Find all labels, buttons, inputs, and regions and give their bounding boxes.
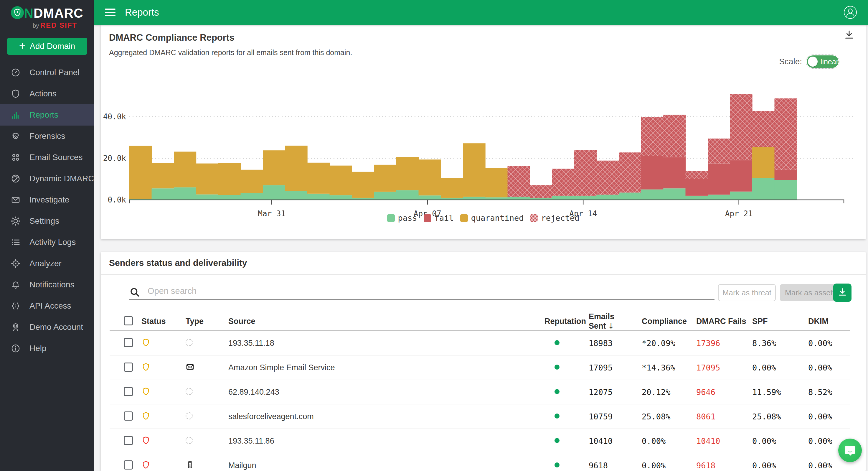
table-row[interactable]: salesforceliveagent.com 10759 25.08% 806… — [110, 404, 850, 429]
main-area: Reports DMARC Compliance Reports Aggrega… — [94, 0, 868, 471]
sidebar-item-activity-logs[interactable]: Activity Logs — [0, 232, 94, 253]
mark-as-threat-button[interactable]: Mark as threat — [718, 284, 776, 301]
bar-rejected — [775, 98, 797, 170]
sidebar-item-settings[interactable]: Settings — [0, 210, 94, 232]
column-header[interactable]: Source — [228, 317, 545, 326]
reputation-dot — [555, 414, 559, 418]
dmarc-compliance-card: DMARC Compliance Reports Aggregated DMAR… — [101, 25, 866, 239]
sort-desc-icon[interactable]: ↓ — [608, 321, 615, 330]
sidebar-item-notifications[interactable]: Notifications — [0, 274, 94, 295]
reputation-dot — [555, 438, 559, 443]
sidebar-item-demo-account[interactable]: Demo Account — [0, 317, 94, 338]
column-header[interactable]: Status — [142, 317, 186, 326]
source-name[interactable]: 62.89.140.243 — [228, 388, 545, 397]
compliance-value: *14.36% — [642, 363, 696, 372]
column-header[interactable]: DKIM — [808, 317, 850, 326]
table-row[interactable]: Amazon Simple Email Service 17095 *14.36… — [110, 355, 850, 380]
add-domain-button[interactable]: + Add Domain — [7, 38, 87, 55]
dmarc-fails-value: 10410 — [696, 437, 752, 446]
compliance-value: 20.12% — [642, 388, 696, 397]
bar-pass — [285, 191, 308, 200]
bar-quarantined — [152, 163, 174, 188]
mark-as-asset-button[interactable]: Mark as asset — [780, 284, 838, 301]
sidebar-item-dynamic-dmarc[interactable]: Dynamic DMARC — [0, 168, 94, 189]
source-name[interactable]: 193.35.11.86 — [228, 437, 545, 446]
compliance-value: 25.08% — [642, 412, 696, 421]
sidebar-item-help[interactable]: Help — [0, 338, 94, 359]
column-header[interactable]: Emails Sent↓ — [589, 312, 642, 331]
bar-quarantined — [463, 143, 486, 197]
reputation-dot — [555, 364, 559, 370]
bar-pass — [663, 188, 686, 200]
table-header-row: StatusTypeSourceReputationEmails Sent↓Co… — [110, 312, 850, 331]
sidebar-item-control-panel[interactable]: Control Panel — [0, 62, 94, 83]
row-checkbox[interactable] — [124, 411, 133, 421]
source-name[interactable]: salesforceliveagent.com — [228, 412, 545, 421]
chat-widget-button[interactable] — [838, 439, 862, 462]
legend-item-quarantined: quarantined — [460, 213, 524, 223]
status-shield-icon — [142, 411, 186, 422]
bar-rejected — [530, 185, 552, 198]
sidebar-item-forensics[interactable]: Forensics — [0, 125, 94, 147]
row-checkbox[interactable] — [124, 362, 133, 372]
bar-quarantined — [307, 163, 330, 194]
emails-sent-value: 17095 — [589, 363, 642, 372]
table-row[interactable]: 193.35.11.86 10410 0.00% 10410 0.00% 0.0… — [110, 429, 850, 453]
open-search-input[interactable] — [129, 283, 714, 300]
legend-label: quarantined — [471, 213, 524, 223]
sidebar-item-reports[interactable]: Reports — [0, 104, 94, 125]
bar-pass — [152, 188, 174, 200]
bar-pass — [330, 195, 352, 200]
download-table-button[interactable] — [833, 284, 851, 302]
bar-fail — [641, 156, 663, 189]
reputation-dot — [555, 340, 559, 345]
bar-quarantined — [419, 159, 441, 196]
sidebar-item-email-sources[interactable]: Email Sources — [0, 147, 94, 168]
column-header[interactable]: Reputation — [545, 317, 589, 326]
bar-pass — [263, 185, 285, 200]
unknown-type-icon — [186, 388, 193, 395]
bar-rejected — [752, 111, 775, 147]
app-window: NDMARC by RED SIFT + Add Domain Control … — [0, 0, 868, 471]
senders-table: StatusTypeSourceReputationEmails Sent↓Co… — [110, 312, 850, 471]
logo-by: by — [33, 22, 39, 29]
compliance-value: 0.00% — [642, 461, 696, 470]
status-shield-icon — [142, 460, 186, 471]
bar-chart-icon — [10, 110, 21, 120]
select-all-checkbox[interactable] — [124, 316, 133, 325]
sidebar-item-actions[interactable]: Actions — [0, 83, 94, 104]
gear-icon — [10, 216, 21, 226]
bar-fail — [686, 179, 708, 196]
bar-pass — [597, 195, 619, 200]
column-header[interactable]: Compliance — [642, 317, 696, 326]
sidebar-item-investigate[interactable]: Investigate — [0, 189, 94, 210]
hamburger-menu-icon[interactable] — [105, 8, 116, 16]
table-row[interactable]: 62.89.140.243 12075 20.12% 9646 11.59% 8… — [110, 380, 850, 404]
source-name[interactable]: Amazon Simple Email Service — [228, 363, 545, 372]
bar-rejected — [730, 94, 752, 160]
source-name[interactable]: Mailgun — [228, 461, 545, 470]
table-row[interactable]: Mailgun 9618 0.00% 9618 0.00% 0.00% — [110, 453, 850, 471]
logo-text-dmarc: DMARC — [34, 6, 83, 20]
table-row[interactable]: 193.35.11.18 18983 *20.09% 17396 8.36% 0… — [110, 331, 850, 355]
shield-icon — [10, 89, 21, 99]
sidebar: NDMARC by RED SIFT + Add Domain Control … — [0, 0, 94, 471]
server-icon — [186, 461, 194, 469]
sidebar-item-analyzer[interactable]: Analyzer — [0, 253, 94, 274]
reputation-dot — [555, 463, 559, 468]
row-checkbox[interactable] — [124, 338, 133, 347]
source-name[interactable]: 193.35.11.18 — [228, 338, 545, 348]
row-checkbox[interactable] — [124, 436, 133, 445]
column-header[interactable]: DMARC Fails — [696, 317, 752, 326]
row-checkbox[interactable] — [124, 461, 133, 470]
spf-value: 0.00% — [752, 363, 808, 372]
bar-rejected — [686, 171, 708, 179]
row-checkbox[interactable] — [124, 387, 133, 396]
user-avatar-icon[interactable] — [843, 5, 858, 20]
spf-value: 25.08% — [752, 412, 808, 421]
column-header[interactable]: Type — [186, 317, 228, 326]
column-header[interactable]: SPF — [752, 317, 808, 326]
bar-rejected — [619, 152, 641, 193]
sidebar-item-api-access[interactable]: API Access — [0, 295, 94, 317]
top-header-bar: Reports — [94, 0, 868, 25]
